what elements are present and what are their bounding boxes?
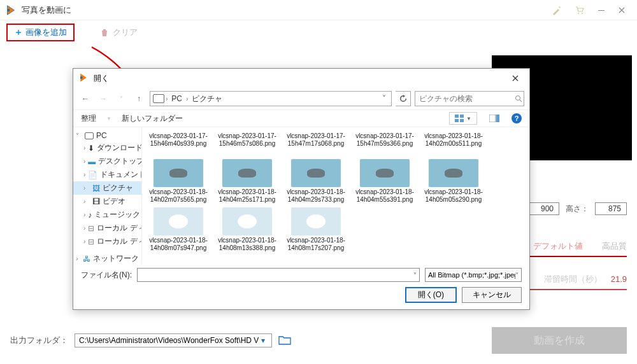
main-toolbar: ＋ 画像を追加 クリア (0, 20, 637, 45)
nav-recent-dropdown[interactable]: ˅ (114, 92, 128, 106)
dwell-slider[interactable] (530, 289, 627, 290)
filetype-filter[interactable]: All Bitmap (*.bmp;*.jpg;*.jpeg;* ˅ (425, 268, 522, 282)
open-button[interactable]: 開く(O) (405, 287, 457, 303)
svg-point-4 (80, 76, 83, 79)
thumbnail (154, 159, 203, 187)
magic-icon[interactable] (550, 4, 563, 17)
cancel-button[interactable]: キャンセル (462, 287, 522, 303)
file-item[interactable]: vlcsnap-2023-01-18-14h04m55s391.png (355, 159, 415, 204)
dialog-titlebar: 開く (73, 69, 529, 88)
file-grid-area: vlcsnap-2023-01-17-15h46m40s939.png vlcs… (142, 127, 529, 264)
nav-forward-button[interactable]: → (96, 92, 110, 106)
trash-icon (100, 28, 109, 37)
nav-up-button[interactable]: ↑ (132, 92, 146, 106)
thumbnail (222, 207, 272, 235)
filename-input-wrapper[interactable]: ˅ (137, 268, 420, 282)
pc-icon (153, 94, 164, 103)
file-item[interactable]: vlcsnap-2023-01-18-14h08m13s388.png (217, 207, 277, 252)
svg-rect-3 (598, 10, 605, 11)
dialog-close-button[interactable] (506, 71, 524, 86)
tree-music[interactable]: ›♪ミュージック (73, 208, 141, 221)
file-item[interactable]: vlcsnap-2023-01-18-14h04m25s171.png (217, 159, 277, 204)
search-icon (515, 95, 522, 102)
preview-pane-button[interactable] (487, 112, 501, 125)
crumb-pc[interactable]: PC (169, 94, 185, 103)
breadcrumb-dropdown-icon[interactable]: ˅ (380, 94, 389, 103)
dialog-title: 開く (94, 73, 506, 84)
organize-menu[interactable]: 整理 (81, 113, 96, 124)
file-item[interactable]: vlcsnap-2023-01-18-14h04m29s733.png (286, 159, 346, 204)
file-item[interactable]: vlcsnap-2023-01-18-14h05m05s290.png (424, 159, 483, 204)
main-titlebar: 写真を動画に (0, 0, 637, 20)
tree-localdisk-d[interactable]: ›⊟ローカル ディスク (D (73, 235, 141, 248)
output-folder-label: 出力フォルダ： (10, 335, 68, 346)
file-item[interactable]: vlcsnap-2023-01-18-14h08m07s947.png (148, 207, 208, 252)
dwell-value: 21.9 (611, 274, 627, 284)
svg-rect-10 (489, 115, 496, 122)
disk-icon: ⊟ (88, 237, 94, 246)
svg-rect-8 (455, 119, 459, 122)
add-image-label: 画像を追加 (25, 27, 67, 38)
create-video-button[interactable]: 動画を作成 (492, 327, 627, 354)
refresh-button[interactable] (396, 91, 411, 106)
desktop-icon: ▬ (88, 157, 96, 166)
crumb-folder[interactable]: ピクチャ (189, 94, 225, 104)
tree-network[interactable]: ›🖧ネットワーク (73, 252, 141, 264)
crumb-sep-icon: › (186, 95, 188, 102)
file-item[interactable]: vlcsnap-2023-01-18-14h02m00s511.png (424, 131, 483, 155)
width-input[interactable]: 900 (527, 202, 559, 215)
clear-label: クリア (113, 27, 138, 38)
file-item[interactable]: vlcsnap-2023-01-18-14h02m07s565.png (148, 159, 208, 204)
thumbnail (291, 207, 341, 235)
minimize-button[interactable] (591, 3, 612, 18)
tree-pictures[interactable]: ›🖼ピクチャ (73, 181, 141, 195)
clear-button[interactable]: クリア (100, 27, 138, 38)
file-item[interactable]: vlcsnap-2023-01-17-15h47m17s068.png (286, 131, 346, 155)
thumbnail (360, 159, 410, 187)
chevron-right-icon: › (83, 144, 85, 151)
filter-dropdown-icon: ˅ (515, 272, 519, 279)
thumbnail (291, 159, 341, 187)
filename-label: ファイル名(N): (81, 270, 132, 281)
dialog-body: ˅PC ›⬇ダウンロード ›▬デスクトップ ›📄ドキュメント ›🖼ピクチャ ›🎞… (73, 127, 529, 264)
file-item[interactable]: vlcsnap-2023-01-17-15h46m40s939.png (148, 131, 208, 155)
filename-row: ファイル名(N): ˅ All Bitmap (*.bmp;*.jpg;*.jp… (81, 268, 522, 282)
new-folder-button[interactable]: 新しいフォルダー (122, 113, 183, 124)
search-input[interactable] (419, 94, 515, 103)
download-icon: ⬇ (88, 144, 94, 153)
file-item[interactable]: vlcsnap-2023-01-17-15h47m59s366.png (355, 131, 415, 155)
quality-slider[interactable] (530, 256, 627, 257)
output-path-field[interactable] (79, 336, 259, 345)
file-item[interactable]: vlcsnap-2023-01-18-14h08m17s207.png (286, 207, 346, 252)
cart-icon[interactable] (573, 4, 586, 17)
filename-dropdown-icon[interactable]: ˅ (413, 272, 417, 279)
file-open-dialog: 開く ← → ˅ ↑ › PC › ピクチャ ˅ 整理 ▼ 新しいフォルダー ▼ (73, 68, 530, 310)
add-image-button[interactable]: ＋ 画像を追加 (6, 24, 75, 41)
search-box[interactable] (415, 91, 524, 106)
tree-pc[interactable]: ˅PC (73, 130, 141, 141)
tree-downloads[interactable]: ›⬇ダウンロード (73, 141, 141, 155)
dialog-app-icon (78, 73, 90, 84)
svg-point-0 (7, 8, 10, 11)
browse-folder-icon[interactable] (278, 335, 291, 346)
tree-desktop[interactable]: ›▬デスクトップ (73, 155, 141, 168)
tree-documents[interactable]: ›📄ドキュメント (73, 168, 141, 181)
path-dropdown-icon[interactable]: ▾ (259, 336, 268, 345)
help-button[interactable]: ? (512, 113, 522, 123)
file-item[interactable]: vlcsnap-2023-01-17-15h46m57s086.png (217, 131, 277, 155)
dialog-button-row: 開く(O) キャンセル (81, 287, 522, 303)
view-mode-button[interactable]: ▼ (449, 112, 477, 125)
tree-localdisk-c[interactable]: ›⊟ローカル ディスク (C (73, 221, 141, 235)
close-button[interactable] (612, 3, 632, 18)
filename-input[interactable] (140, 270, 413, 279)
chevron-down-icon: ˅ (76, 132, 82, 139)
svg-rect-9 (460, 119, 464, 122)
svg-rect-6 (455, 115, 459, 118)
height-input[interactable]: 875 (595, 202, 627, 215)
quality-default-label: デフォルト値 (533, 241, 583, 252)
nav-back-button[interactable]: ← (78, 92, 92, 106)
breadcrumb[interactable]: › PC › ピクチャ ˅ (150, 91, 392, 106)
tree-videos[interactable]: ›🎞ビデオ (73, 195, 141, 208)
dialog-toolbar: 整理 ▼ 新しいフォルダー ▼ ? (73, 109, 529, 127)
output-path-input[interactable]: ▾ (75, 333, 272, 347)
